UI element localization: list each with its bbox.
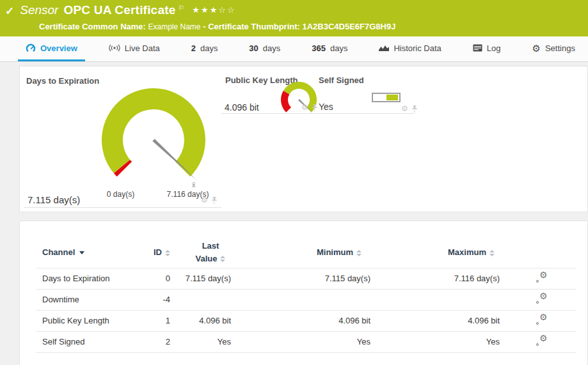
table-row: Days to Expiration 0 7.115 day(s) 7.115 … [36,268,576,289]
column-label: Maximum [448,247,486,257]
common-name-value: Example Name [148,22,201,31]
channel-name: Self Signed [36,331,145,352]
sort-caret-down-icon [79,251,84,254]
tab-number: 30 [249,43,258,53]
thumbprint-value: 1A2B3C4D5E6F7G8H9J [302,22,395,31]
table-row: Public Key Length 1 4.096 bit 4.096 bit … [36,310,576,331]
channel-settings-icon[interactable]: ⚙ [536,272,548,283]
tab-2-days[interactable]: 2 days [184,36,226,61]
pin-icon[interactable] [411,105,418,113]
channel-minimum: 7.115 day(s) [237,268,377,289]
tab-label: days [330,43,347,53]
priority-flag-icon[interactable]: ⚐ [178,4,184,12]
column-label: Minimum [317,247,353,257]
column-header-last-value[interactable]: Last Value [177,237,237,268]
panel-divider [315,113,415,114]
channel-minimum [237,289,377,310]
gauge-actions: ⚙ [401,105,418,113]
column-header-channel[interactable]: Channel [36,237,145,268]
panel-divider [221,113,315,114]
gear-icon[interactable]: ⚙ [201,196,208,204]
channel-name: Days to Expiration [36,268,145,289]
tab-label: days [263,43,280,53]
channel-last-value: 4.096 bit [177,310,237,331]
gauge-scale-min: 0 day(s) [90,190,151,199]
pin-icon[interactable] [211,197,218,204]
tab-log[interactable]: Log [465,36,509,61]
tab-historic-data[interactable]: Historic Data [371,36,449,61]
priority-stars[interactable]: ★★★☆☆ [192,5,235,15]
sort-icon [165,250,170,256]
channel-maximum: Yes [377,331,506,352]
channel-id: 2 [145,331,177,352]
tab-label: Historic Data [393,43,441,53]
gauge-value-days-to-expiration: 7.115 day(s) [28,194,80,205]
table-header-row: Channel ID Last Value Minimum Maximum [36,237,576,268]
column-header-id[interactable]: ID [145,237,177,268]
tab-number: 365 [312,43,326,53]
page-background: { "header": { "check_icon": "✓", "kicker… [0,0,588,365]
pin-icon[interactable] [312,104,318,111]
tab-number: 2 [191,43,196,53]
days-to-expiration-gauge: x̄ [100,84,209,193]
average-marker: x̄ [192,181,196,189]
gauge-title-self-signed: Self Signed [319,75,364,85]
column-label: Channel [42,247,75,257]
channel-last-value [177,289,237,310]
tab-overview[interactable]: Overview [18,36,85,61]
channel-settings-icon[interactable]: ⚙ [536,336,548,346]
sensor-title-row: ✓ Sensor OPC UA Certificate ⚐ ★★★☆☆ [5,3,588,20]
gear-icon[interactable]: ⚙ [401,105,408,113]
page-title: OPC UA Certificate [63,3,175,17]
tab-30-days[interactable]: 30 days [241,36,288,61]
sensor-header: ✓ Sensor OPC UA Certificate ⚐ ★★★☆☆ Cert… [0,0,588,36]
broadcast-icon [109,44,120,52]
tab-label: days [200,43,218,53]
channel-id: 1 [145,310,177,331]
gear-icon[interactable]: ⚙ [301,104,308,111]
channel-last-value: 7.115 day(s) [177,268,237,289]
gauge-icon [26,43,36,52]
area-chart-icon [379,44,389,52]
channel-id: 0 [145,268,177,289]
channel-maximum: 7.116 day(s) [377,268,506,289]
tab-label: Live Data [125,43,160,53]
channels-panel: Channel ID Last Value Minimum Maximum Da… [19,221,588,365]
column-header-maximum[interactable]: Maximum [377,237,506,268]
gauge-value-public-key-length: 4.096 bit [225,102,259,113]
sensor-kicker: Sensor [20,3,58,17]
column-header-minimum[interactable]: Minimum [237,237,377,268]
channel-minimum: 4.096 bit [237,310,377,331]
public-key-length-gauge [277,80,322,117]
tab-label: Settings [545,43,575,53]
tab-label: Log [487,43,501,53]
channel-last-value: Yes [177,331,237,352]
tab-365-days[interactable]: 365 days [304,36,355,61]
sort-icon [489,250,495,256]
tab-settings[interactable]: ⚙ Settings [524,36,582,61]
subtitle-separator: - [203,22,205,31]
sort-icon [220,256,225,262]
panel-divider [24,207,221,208]
channel-minimum: Yes [237,331,377,352]
common-name-label: Certificate Common Name: [39,22,146,31]
self-signed-indicator [372,93,401,102]
gauge-title-days-to-expiration: Days to Expiration [26,76,99,86]
channels-table: Channel ID Last Value Minimum Maximum Da… [36,237,576,353]
thumbprint-label: Certificate Thumbprint: [208,22,300,31]
gauge-actions: ⚙ [201,196,218,204]
table-row: Downtime -4 ⚙ [36,289,576,310]
channel-name: Downtime [36,289,145,310]
tab-bar: Overview Live Data 2 days 30 days 365 da… [0,36,588,62]
stars-empty[interactable]: ☆☆ [218,5,235,15]
column-label: Last Value [196,241,219,263]
channel-id: -4 [145,289,177,310]
stars-filled[interactable]: ★★★ [192,5,218,15]
channel-settings-icon[interactable]: ⚙ [536,293,548,304]
toggle-knob [386,95,398,100]
tab-live-data[interactable]: Live Data [101,36,168,61]
sensor-subtitle: Certificate Common Name: Example Name - … [39,22,588,31]
channel-name: Public Key Length [36,310,145,331]
table-row: Self Signed 2 Yes Yes Yes ⚙ [36,331,576,352]
channel-settings-icon[interactable]: ⚙ [536,315,548,325]
